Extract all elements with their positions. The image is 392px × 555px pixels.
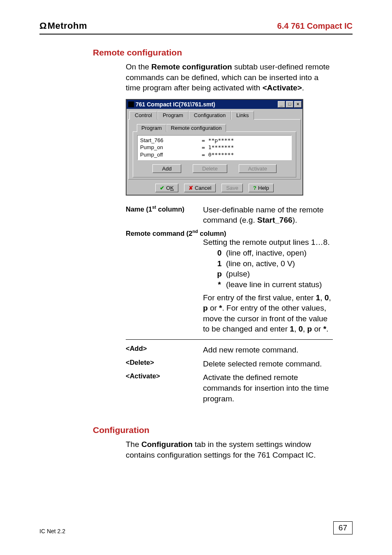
save-button[interactable]: Save	[221, 184, 243, 192]
row-value: = 1*******	[202, 144, 234, 151]
heading-remote-configuration: Remote configuration	[93, 48, 353, 58]
tab-links[interactable]: Links	[231, 111, 254, 120]
minimize-button[interactable]: _	[278, 101, 285, 108]
text-bold: <Activate>	[263, 83, 302, 92]
row-value: = 0*******	[202, 151, 234, 159]
activate-button[interactable]: Activate	[239, 164, 277, 173]
text: Setting the remote output lines 1…8.	[203, 237, 333, 248]
def-content-activate: Activate the defined remote commands for…	[203, 372, 333, 404]
check-icon: ✔	[160, 185, 164, 191]
close-button[interactable]: ×	[294, 101, 302, 108]
def-content-name: User-definable name of the remote comman…	[203, 205, 333, 226]
footer: IC Net 2.2 67	[39, 521, 353, 534]
text: Save	[226, 185, 238, 191]
symbol: *	[213, 279, 226, 290]
titlebar: 761 Compact IC(761\761.smt) _ □ ×	[127, 100, 302, 109]
symbol: p	[213, 269, 226, 279]
maximize-button[interactable]: □	[286, 101, 293, 108]
logo: Ω Metrohm	[39, 21, 87, 31]
tab-configuration[interactable]: Configuration	[189, 111, 231, 120]
delete-button[interactable]: Delete	[193, 164, 227, 173]
symbol: 0	[213, 248, 226, 258]
add-button[interactable]: Add	[152, 164, 181, 173]
window-icon	[128, 101, 134, 107]
def-label-name: Name (1st column)	[126, 205, 203, 226]
text: (line off, inactive, open)	[226, 248, 333, 258]
text: (line on, active, 0 V)	[226, 258, 333, 269]
section-number: 6.4 761 Compact IC	[277, 21, 353, 31]
text: On the	[126, 62, 151, 71]
list-item[interactable]: Start_766 = **p*****	[140, 137, 289, 144]
def-label-delete: <Delete>	[126, 359, 203, 369]
remote-command-list[interactable]: Start_766 = **p***** Pump_on = 1******* …	[137, 135, 292, 160]
window-title: 761 Compact IC(761\761.smt)	[136, 101, 278, 108]
main-tabstrip: Control Program Configuration Links	[128, 111, 301, 119]
intro-paragraph: On the Remote configuration subtab user-…	[126, 62, 333, 93]
footer-left: IC Net 2.2	[39, 528, 65, 534]
list-item[interactable]: Pump_on = 1*******	[140, 144, 289, 151]
page-number: 67	[333, 521, 353, 534]
text: Cancel	[195, 185, 211, 191]
def-label-remote-command: Remote command (2nd column)	[126, 229, 333, 237]
def-label-activate: <Activate>	[126, 372, 203, 404]
symbol: 1	[213, 258, 226, 269]
x-icon: ✘	[189, 185, 193, 191]
tab-program[interactable]: Program	[157, 111, 189, 120]
sub-tabstrip: Program Remote configuration	[137, 124, 296, 131]
text: .	[302, 83, 304, 92]
def-label-add: <Add>	[126, 345, 203, 355]
cancel-button[interactable]: ✘ Cancel	[184, 184, 216, 192]
row-name: Pump_on	[140, 144, 202, 151]
help-button[interactable]: ? Help	[249, 184, 274, 192]
list-item[interactable]: Pump_off = 0*******	[140, 151, 289, 159]
text: O	[166, 185, 170, 191]
page-header: Ω Metrohm 6.4 761 Compact IC	[39, 21, 353, 35]
definition-table: Name (1st column) User-definable name of…	[126, 203, 333, 406]
omega-icon: Ω	[39, 21, 47, 31]
configuration-paragraph: The Configuration tab in the system sett…	[126, 439, 333, 460]
row-name: Start_766	[140, 137, 202, 144]
subtab-remote-configuration[interactable]: Remote configuration	[166, 124, 226, 132]
heading-configuration: Configuration	[93, 425, 353, 435]
row-value: = **p*****	[202, 137, 234, 144]
logo-text: Metrohm	[48, 21, 87, 31]
ok-button[interactable]: ✔ OK	[155, 184, 178, 192]
question-icon: ?	[253, 185, 256, 191]
def-content-add: Add new remote command.	[203, 345, 333, 355]
subtab-program[interactable]: Program	[137, 124, 166, 132]
def-content-remote-command: Setting the remote output lines 1…8. 0(l…	[203, 237, 333, 334]
def-content-delete: Delete selected remote command.	[203, 359, 333, 369]
text: (leave line in current status)	[226, 279, 333, 290]
text-bold: Remote configuration	[151, 62, 232, 71]
text: K	[170, 185, 174, 191]
dialog-window: 761 Compact IC(761\761.smt) _ □ × Contro…	[126, 99, 303, 196]
tab-control[interactable]: Control	[129, 111, 157, 120]
row-name: Pump_off	[140, 151, 202, 159]
text: Help	[258, 185, 269, 191]
text: (pulse)	[226, 269, 333, 279]
separator	[126, 339, 333, 340]
